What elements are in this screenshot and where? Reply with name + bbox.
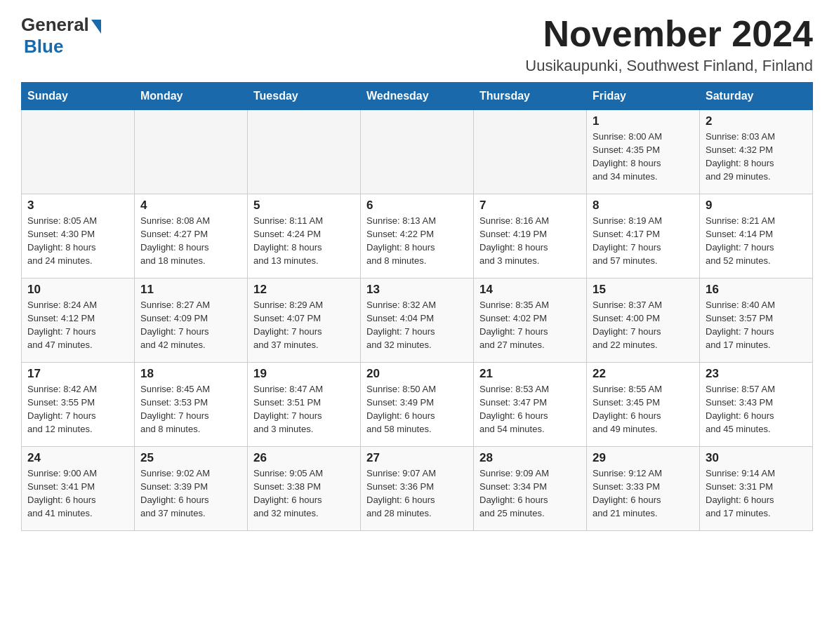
day-number: 12: [253, 283, 355, 297]
calendar-header-row: SundayMondayTuesdayWednesdayThursdayFrid…: [22, 83, 813, 110]
day-number: 23: [706, 367, 807, 381]
calendar-cell: 10Sunrise: 8:24 AM Sunset: 4:12 PM Dayli…: [22, 279, 135, 363]
day-info: Sunrise: 8:40 AM Sunset: 3:57 PM Dayligh…: [706, 299, 807, 351]
logo-arrow-icon: [91, 20, 101, 34]
day-info: Sunrise: 8:27 AM Sunset: 4:09 PM Dayligh…: [140, 299, 241, 351]
day-number: 2: [706, 114, 807, 128]
day-info: Sunrise: 8:24 AM Sunset: 4:12 PM Dayligh…: [27, 299, 128, 351]
calendar-cell: 27Sunrise: 9:07 AM Sunset: 3:36 PM Dayli…: [361, 447, 474, 531]
calendar-cell: 2Sunrise: 8:03 AM Sunset: 4:32 PM Daylig…: [700, 110, 813, 194]
day-info: Sunrise: 9:09 AM Sunset: 3:34 PM Dayligh…: [479, 467, 581, 520]
day-number: 19: [253, 367, 355, 381]
day-info: Sunrise: 8:47 AM Sunset: 3:51 PM Dayligh…: [253, 383, 355, 436]
calendar-cell: 20Sunrise: 8:50 AM Sunset: 3:49 PM Dayli…: [361, 363, 474, 447]
calendar-cell: 25Sunrise: 9:02 AM Sunset: 3:39 PM Dayli…: [135, 447, 248, 531]
day-number: 4: [140, 199, 241, 213]
day-info: Sunrise: 8:16 AM Sunset: 4:19 PM Dayligh…: [479, 215, 581, 267]
calendar-table: SundayMondayTuesdayWednesdayThursdayFrid…: [21, 82, 813, 531]
day-number: 7: [479, 199, 581, 213]
day-number: 22: [593, 367, 694, 381]
day-number: 21: [479, 367, 581, 381]
day-info: Sunrise: 8:35 AM Sunset: 4:02 PM Dayligh…: [479, 299, 581, 351]
logo: General Blue: [21, 14, 101, 58]
calendar-cell: 8Sunrise: 8:19 AM Sunset: 4:17 PM Daylig…: [587, 194, 700, 279]
calendar-cell: 11Sunrise: 8:27 AM Sunset: 4:09 PM Dayli…: [135, 279, 248, 363]
day-number: 29: [593, 451, 694, 465]
calendar-cell: 6Sunrise: 8:13 AM Sunset: 4:22 PM Daylig…: [361, 194, 474, 279]
day-number: 26: [253, 451, 355, 465]
day-info: Sunrise: 8:03 AM Sunset: 4:32 PM Dayligh…: [706, 130, 807, 183]
calendar-cell: 21Sunrise: 8:53 AM Sunset: 3:47 PM Dayli…: [474, 363, 587, 447]
calendar-cell: 9Sunrise: 8:21 AM Sunset: 4:14 PM Daylig…: [700, 194, 813, 279]
day-info: Sunrise: 8:13 AM Sunset: 4:22 PM Dayligh…: [366, 215, 468, 267]
calendar-week-row: 1Sunrise: 8:00 AM Sunset: 4:35 PM Daylig…: [22, 110, 813, 194]
calendar-cell: 7Sunrise: 8:16 AM Sunset: 4:19 PM Daylig…: [474, 194, 587, 279]
day-number: 14: [479, 283, 581, 297]
calendar-week-row: 10Sunrise: 8:24 AM Sunset: 4:12 PM Dayli…: [22, 279, 813, 363]
day-info: Sunrise: 8:32 AM Sunset: 4:04 PM Dayligh…: [366, 299, 468, 351]
calendar-cell: 28Sunrise: 9:09 AM Sunset: 3:34 PM Dayli…: [474, 447, 587, 531]
weekday-header-monday: Monday: [135, 83, 248, 110]
calendar-week-row: 24Sunrise: 9:00 AM Sunset: 3:41 PM Dayli…: [22, 447, 813, 531]
calendar-cell: 19Sunrise: 8:47 AM Sunset: 3:51 PM Dayli…: [248, 363, 361, 447]
day-number: 20: [366, 367, 468, 381]
calendar-cell: [135, 110, 248, 194]
calendar-cell: [361, 110, 474, 194]
calendar-cell: 23Sunrise: 8:57 AM Sunset: 3:43 PM Dayli…: [700, 363, 813, 447]
day-info: Sunrise: 8:57 AM Sunset: 3:43 PM Dayligh…: [706, 383, 807, 436]
calendar-cell: 15Sunrise: 8:37 AM Sunset: 4:00 PM Dayli…: [587, 279, 700, 363]
weekday-header-friday: Friday: [587, 83, 700, 110]
calendar-cell: [248, 110, 361, 194]
calendar-cell: [22, 110, 135, 194]
calendar-cell: 1Sunrise: 8:00 AM Sunset: 4:35 PM Daylig…: [587, 110, 700, 194]
logo-blue-text: Blue: [24, 36, 63, 58]
day-number: 27: [366, 451, 468, 465]
day-info: Sunrise: 8:55 AM Sunset: 3:45 PM Dayligh…: [593, 383, 694, 436]
day-info: Sunrise: 9:02 AM Sunset: 3:39 PM Dayligh…: [140, 467, 241, 520]
title-area: November 2024 Uusikaupunki, Southwest Fi…: [525, 14, 813, 75]
day-number: 28: [479, 451, 581, 465]
day-number: 13: [366, 283, 468, 297]
day-info: Sunrise: 8:00 AM Sunset: 4:35 PM Dayligh…: [593, 130, 694, 183]
calendar-cell: 30Sunrise: 9:14 AM Sunset: 3:31 PM Dayli…: [700, 447, 813, 531]
calendar-cell: 3Sunrise: 8:05 AM Sunset: 4:30 PM Daylig…: [22, 194, 135, 279]
calendar-cell: 5Sunrise: 8:11 AM Sunset: 4:24 PM Daylig…: [248, 194, 361, 279]
day-number: 16: [706, 283, 807, 297]
month-title: November 2024: [525, 14, 813, 54]
day-number: 1: [593, 114, 694, 128]
day-number: 9: [706, 199, 807, 213]
day-number: 25: [140, 451, 241, 465]
calendar-cell: 4Sunrise: 8:08 AM Sunset: 4:27 PM Daylig…: [135, 194, 248, 279]
weekday-header-saturday: Saturday: [700, 83, 813, 110]
day-number: 3: [27, 199, 128, 213]
day-number: 17: [27, 367, 128, 381]
calendar-cell: 24Sunrise: 9:00 AM Sunset: 3:41 PM Dayli…: [22, 447, 135, 531]
weekday-header-thursday: Thursday: [474, 83, 587, 110]
calendar-cell: 17Sunrise: 8:42 AM Sunset: 3:55 PM Dayli…: [22, 363, 135, 447]
day-number: 10: [27, 283, 128, 297]
day-number: 11: [140, 283, 241, 297]
calendar-cell: [474, 110, 587, 194]
day-info: Sunrise: 8:08 AM Sunset: 4:27 PM Dayligh…: [140, 215, 241, 267]
weekday-header-wednesday: Wednesday: [361, 83, 474, 110]
day-number: 18: [140, 367, 241, 381]
calendar-cell: 13Sunrise: 8:32 AM Sunset: 4:04 PM Dayli…: [361, 279, 474, 363]
day-number: 15: [593, 283, 694, 297]
calendar-cell: 29Sunrise: 9:12 AM Sunset: 3:33 PM Dayli…: [587, 447, 700, 531]
weekday-header-tuesday: Tuesday: [248, 83, 361, 110]
day-number: 6: [366, 199, 468, 213]
day-number: 24: [27, 451, 128, 465]
day-info: Sunrise: 8:19 AM Sunset: 4:17 PM Dayligh…: [593, 215, 694, 267]
day-info: Sunrise: 9:12 AM Sunset: 3:33 PM Dayligh…: [593, 467, 694, 520]
calendar-cell: 18Sunrise: 8:45 AM Sunset: 3:53 PM Dayli…: [135, 363, 248, 447]
day-info: Sunrise: 9:05 AM Sunset: 3:38 PM Dayligh…: [253, 467, 355, 520]
day-number: 30: [706, 451, 807, 465]
day-info: Sunrise: 8:37 AM Sunset: 4:00 PM Dayligh…: [593, 299, 694, 351]
calendar-cell: 14Sunrise: 8:35 AM Sunset: 4:02 PM Dayli…: [474, 279, 587, 363]
calendar-week-row: 17Sunrise: 8:42 AM Sunset: 3:55 PM Dayli…: [22, 363, 813, 447]
day-info: Sunrise: 9:14 AM Sunset: 3:31 PM Dayligh…: [706, 467, 807, 520]
calendar-cell: 16Sunrise: 8:40 AM Sunset: 3:57 PM Dayli…: [700, 279, 813, 363]
day-number: 8: [593, 199, 694, 213]
day-info: Sunrise: 8:29 AM Sunset: 4:07 PM Dayligh…: [253, 299, 355, 351]
calendar-week-row: 3Sunrise: 8:05 AM Sunset: 4:30 PM Daylig…: [22, 194, 813, 279]
